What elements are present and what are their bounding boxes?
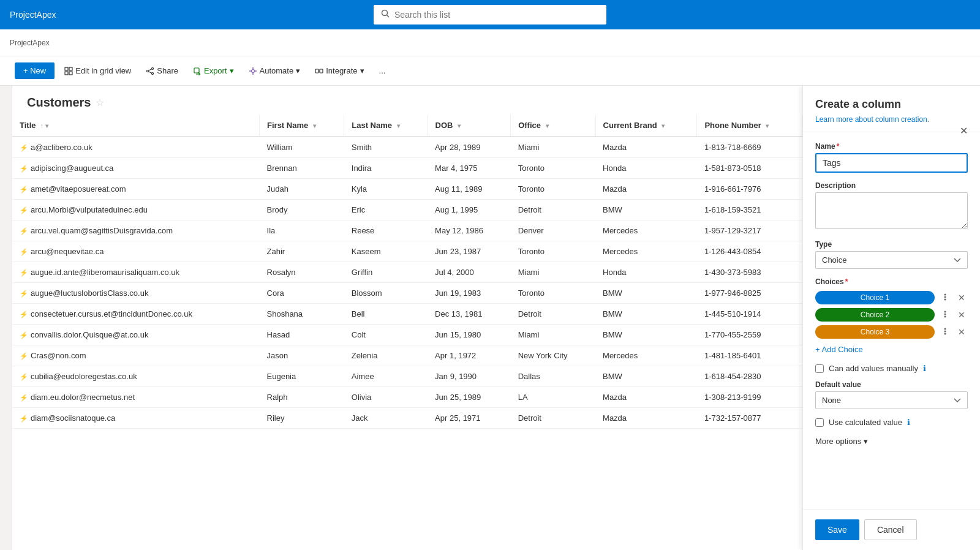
table-container[interactable]: Title ↑ ▾ First Name ▾ Last Name ▾ DOB ▾… bbox=[12, 115, 802, 429]
can-add-manually-row: Can add values manually ℹ bbox=[815, 364, 968, 373]
automate-chevron: ▾ bbox=[296, 66, 300, 75]
choice-tag-2[interactable]: Choice 2 bbox=[815, 308, 935, 322]
share-button[interactable]: Share bbox=[141, 62, 183, 79]
sort-icon-brand: ▾ bbox=[662, 122, 665, 129]
col-brand[interactable]: Current Brand ▾ bbox=[595, 115, 697, 137]
panel-header: Create a column Learn more about column … bbox=[803, 86, 980, 132]
sort-icon-phone: ▾ bbox=[766, 122, 769, 129]
col-first-name[interactable]: First Name ▾ bbox=[260, 115, 344, 137]
can-add-manually-info-icon[interactable]: ℹ bbox=[923, 364, 926, 373]
cell-office: Denver bbox=[511, 220, 595, 241]
cell-office: Miami bbox=[511, 325, 595, 345]
more-toolbar-button[interactable]: ... bbox=[374, 62, 391, 79]
cell-office: Miami bbox=[511, 262, 595, 283]
cell-dob: Apr 1, 1972 bbox=[428, 345, 511, 366]
cell-first: Riley bbox=[260, 408, 344, 429]
sort-icon-dob: ▾ bbox=[458, 122, 461, 129]
cell-last: Bell bbox=[344, 304, 428, 325]
new-button[interactable]: + New bbox=[15, 62, 55, 79]
cell-title: ⚡a@aclibero.co.uk bbox=[12, 137, 260, 158]
main-content: Customers ☆ Title ↑ ▾ First Name ▾ Last … bbox=[0, 86, 980, 550]
default-value-select[interactable]: None bbox=[815, 391, 968, 409]
default-value-field-group: Default value None bbox=[815, 380, 968, 409]
table-row: ⚡convallis.dolor.Quisque@at.co.uk Hasad … bbox=[12, 325, 802, 345]
name-input[interactable] bbox=[815, 153, 968, 173]
choice-3-delete-button[interactable]: ✕ bbox=[956, 326, 968, 338]
cell-office: Dallas bbox=[511, 366, 595, 387]
learn-more-link[interactable]: Learn more about column creation. bbox=[815, 115, 929, 124]
cell-dob: Jun 23, 1987 bbox=[428, 241, 511, 262]
table-row: ⚡arcu@nequevitae.ca Zahir Kaseem Jun 23,… bbox=[12, 241, 802, 262]
cell-dob: Jun 19, 1983 bbox=[428, 283, 511, 304]
cancel-button[interactable]: Cancel bbox=[864, 519, 917, 540]
description-input[interactable] bbox=[815, 192, 968, 229]
automate-icon bbox=[249, 67, 257, 75]
choice-1-settings-button[interactable] bbox=[938, 292, 952, 304]
choices-label: Choices * bbox=[815, 277, 968, 286]
export-button[interactable]: Export ▾ bbox=[188, 62, 239, 79]
project-label: ProjectApex bbox=[10, 39, 50, 47]
svg-line-9 bbox=[149, 69, 152, 70]
cell-title: ⚡consectetuer.cursus.et@tinciduntDonec.c… bbox=[12, 304, 260, 325]
can-add-manually-label: Can add values manually bbox=[829, 364, 918, 373]
grid-icon bbox=[64, 67, 73, 75]
choice-item-1: Choice 1 ✕ bbox=[815, 291, 968, 304]
cell-phone: 1-977-946-8825 bbox=[697, 283, 802, 304]
settings-icon bbox=[941, 293, 949, 301]
integrate-chevron: ▾ bbox=[360, 66, 364, 75]
can-add-manually-checkbox[interactable] bbox=[815, 364, 824, 373]
svg-rect-3 bbox=[69, 67, 72, 70]
svg-line-10 bbox=[149, 71, 152, 73]
col-last-name[interactable]: Last Name ▾ bbox=[344, 115, 428, 137]
table-row: ⚡augue.id.ante@liberomaurisaliquam.co.uk… bbox=[12, 262, 802, 283]
sort-icon-title: ↑ ▾ bbox=[40, 122, 48, 129]
choice-item-3: Choice 3 ✕ bbox=[815, 325, 968, 339]
choice-2-settings-button[interactable] bbox=[938, 309, 952, 322]
choice-2-delete-button[interactable]: ✕ bbox=[956, 309, 968, 321]
favorite-star-icon[interactable]: ☆ bbox=[96, 97, 104, 108]
choice-tag-3[interactable]: Choice 3 bbox=[815, 325, 935, 339]
edit-grid-button[interactable]: Edit in grid view bbox=[59, 62, 136, 79]
toolbar: + New Edit in grid view Share Export ▾ bbox=[0, 56, 980, 86]
cell-phone: 1-126-443-0854 bbox=[697, 241, 802, 262]
more-options-button[interactable]: More options ▾ bbox=[815, 434, 868, 448]
cell-first: Hasad bbox=[260, 325, 344, 345]
table-row: ⚡adipiscing@augueut.ca Brennan Indira Ma… bbox=[12, 158, 802, 179]
choice-3-settings-button[interactable] bbox=[938, 326, 952, 339]
use-calculated-checkbox[interactable] bbox=[815, 418, 824, 427]
search-icon bbox=[381, 9, 390, 20]
cell-brand: Mercedes bbox=[595, 220, 697, 241]
cell-brand: Mercedes bbox=[595, 241, 697, 262]
svg-point-21 bbox=[944, 315, 946, 317]
list-header: Customers ☆ bbox=[12, 86, 802, 115]
automate-button[interactable]: Automate ▾ bbox=[244, 62, 306, 79]
choice-tag-1[interactable]: Choice 1 bbox=[815, 291, 935, 304]
use-calculated-info-icon[interactable]: ℹ bbox=[907, 418, 910, 427]
left-sidebar bbox=[0, 86, 12, 550]
save-button[interactable]: Save bbox=[815, 519, 859, 540]
cell-first: Zahir bbox=[260, 241, 344, 262]
cell-last: Smith bbox=[344, 137, 428, 158]
col-phone[interactable]: Phone Number ▾ bbox=[697, 115, 802, 137]
col-dob[interactable]: DOB ▾ bbox=[428, 115, 511, 137]
cell-last: Eric bbox=[344, 200, 428, 220]
cell-brand: Mazda bbox=[595, 387, 697, 408]
add-choice-button[interactable]: + Add Choice bbox=[815, 342, 863, 356]
cell-phone: 1-581-873-0518 bbox=[697, 158, 802, 179]
col-office[interactable]: Office ▾ bbox=[511, 115, 595, 137]
close-panel-button[interactable]: ✕ bbox=[957, 122, 970, 139]
search-input[interactable] bbox=[394, 10, 599, 20]
choice-1-delete-button[interactable]: ✕ bbox=[956, 292, 968, 304]
integrate-button[interactable]: Integrate ▾ bbox=[310, 62, 369, 79]
cell-last: Zelenia bbox=[344, 345, 428, 366]
svg-line-1 bbox=[387, 15, 390, 18]
svg-point-7 bbox=[147, 70, 149, 72]
type-select[interactable]: Choice Text Number Date Yes/No Person bbox=[815, 251, 968, 269]
cell-title: ⚡Cras@non.com bbox=[12, 345, 260, 366]
table-row: ⚡augue@luctuslobortisClass.co.uk Cora Bl… bbox=[12, 283, 802, 304]
svg-rect-5 bbox=[69, 72, 72, 75]
cell-first: Jason bbox=[260, 345, 344, 366]
search-bar[interactable] bbox=[374, 5, 606, 24]
cell-dob: Aug 11, 1989 bbox=[428, 179, 511, 200]
col-title[interactable]: Title ↑ ▾ bbox=[12, 115, 260, 137]
